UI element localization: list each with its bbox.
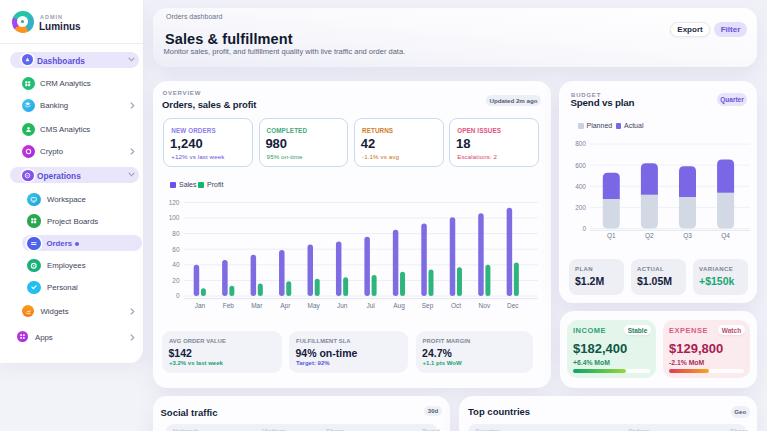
svg-text:0: 0 xyxy=(582,225,586,232)
svg-text:Sep: Sep xyxy=(422,302,434,310)
svg-text:Q3: Q3 xyxy=(683,232,692,240)
svg-text:40: 40 xyxy=(172,261,180,268)
svg-text:May: May xyxy=(308,302,321,310)
svg-text:0: 0 xyxy=(176,292,180,299)
svg-text:Mar: Mar xyxy=(251,302,263,309)
svg-text:Jul: Jul xyxy=(366,302,375,309)
svg-text:60: 60 xyxy=(172,246,180,253)
svg-text:Apr: Apr xyxy=(280,302,291,310)
svg-text:80: 80 xyxy=(172,230,180,237)
svg-text:Oct: Oct xyxy=(451,302,461,309)
svg-text:Q1: Q1 xyxy=(607,232,616,240)
svg-text:120: 120 xyxy=(169,199,180,206)
svg-text:20: 20 xyxy=(172,277,180,284)
svg-text:Jan: Jan xyxy=(195,302,206,309)
svg-text:Nov: Nov xyxy=(479,302,491,309)
svg-text:Q2: Q2 xyxy=(645,232,654,240)
svg-text:600: 600 xyxy=(575,162,586,169)
svg-text:100: 100 xyxy=(169,214,180,221)
svg-text:400: 400 xyxy=(575,183,586,190)
svg-text:200: 200 xyxy=(575,204,586,211)
svg-text:Dec: Dec xyxy=(507,302,519,309)
svg-text:Q4: Q4 xyxy=(721,232,730,240)
svg-text:Jun: Jun xyxy=(337,302,348,309)
svg-text:Aug: Aug xyxy=(393,302,405,310)
svg-text:800: 800 xyxy=(575,140,586,147)
svg-text:Feb: Feb xyxy=(223,302,235,309)
